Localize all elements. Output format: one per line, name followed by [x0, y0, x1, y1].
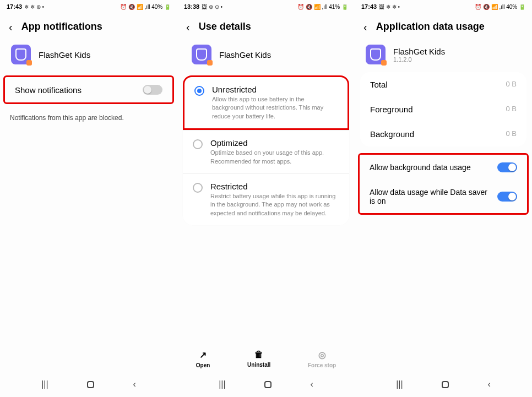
- status-time: 13:38: [184, 3, 199, 10]
- option-desc: Allow this app to use battery in the bac…: [212, 95, 338, 121]
- force-stop-label: Force stop: [308, 362, 336, 368]
- usage-label: Total: [370, 80, 388, 89]
- option-title: Unrestricted: [212, 85, 338, 94]
- show-notifications-toggle[interactable]: [143, 85, 162, 95]
- option-optimized[interactable]: Optimized Optimize based on your usage o…: [183, 130, 349, 173]
- screen-data-usage: 17:43 🖼 ❄ ❄ • ⏰ 🔇 📶 ,ıll 40% 🔋 ‹ Applica…: [355, 0, 532, 397]
- open-icon: ↗: [199, 350, 207, 360]
- stop-icon: ◎: [318, 350, 326, 360]
- screen-use-details: 13:38 🖼 ⊕ ⊙ • ⏰ 🔇 📶 ,ıll 41% 🔋 ‹ Use det…: [177, 0, 355, 397]
- open-label: Open: [196, 362, 210, 368]
- usage-background-row: Background 0 B: [360, 122, 526, 146]
- app-icon: [11, 45, 31, 64]
- app-name: FlashGet Kids: [393, 47, 445, 56]
- app-row[interactable]: FlashGet Kids: [181, 38, 355, 71]
- nav-back[interactable]: ‹: [310, 379, 313, 389]
- status-left-icons: 🖼 ❄ ❄ •: [379, 4, 400, 10]
- uninstall-label: Uninstall: [247, 362, 270, 368]
- status-right: ⏰ 🔇 📶 ,ıll 40% 🔋: [475, 4, 525, 10]
- bottom-actions: ↗ Open 🗑 Uninstall ◎ Force stop: [177, 345, 355, 373]
- status-left-icons: 🖼 ⊕ ⊙ •: [202, 4, 222, 10]
- highlight-box: Unrestricted Allow this app to use batte…: [183, 75, 349, 130]
- status-bar: 17:43 🖼 ❄ ❄ • ⏰ 🔇 📶 ,ıll 40% 🔋: [355, 0, 532, 13]
- radio-restricted[interactable]: [193, 183, 203, 193]
- nav-back[interactable]: ‹: [487, 379, 490, 389]
- nav-back[interactable]: ‹: [133, 379, 135, 389]
- app-name: FlashGet Kids: [219, 50, 271, 59]
- blocked-note: Notifications from this app are blocked.: [0, 108, 177, 127]
- usage-card: Total 0 B Foreground 0 B Background 0 B: [360, 72, 526, 146]
- status-right: ⏰ 🔇 📶 ,ıll 40% 🔋: [120, 4, 171, 10]
- option-unrestricted[interactable]: Unrestricted Allow this app to use batte…: [184, 77, 348, 128]
- nav-recents[interactable]: |||: [219, 379, 225, 389]
- option-restricted[interactable]: Restricted Restrict battery usage while …: [183, 173, 349, 225]
- back-button[interactable]: ‹: [186, 21, 190, 32]
- nav-bar: ||| ‹: [177, 376, 355, 393]
- usage-total-row: Total 0 B: [360, 72, 526, 97]
- status-bar: 13:38 🖼 ⊕ ⊙ • ⏰ 🔇 📶 ,ıll 41% 🔋: [177, 0, 355, 13]
- trash-icon: 🗑: [254, 350, 263, 360]
- nav-home[interactable]: [264, 381, 272, 388]
- status-bar: 17:43 ❄ ❄ ⊕ • ⏰ 🔇 📶 ,ıll 40% 🔋: [0, 0, 177, 13]
- battery-options-card: Unrestricted Allow this app to use batte…: [183, 75, 349, 225]
- usage-value: 0 B: [506, 80, 517, 89]
- usage-foreground-row: Foreground 0 B: [360, 97, 526, 122]
- page-title: App notifications: [21, 21, 102, 32]
- app-row[interactable]: FlashGet Kids 1.1.2.0: [355, 38, 532, 71]
- status-time: 17:43: [361, 3, 377, 10]
- page-header: ‹ Use details: [177, 13, 355, 38]
- app-name: FlashGet Kids: [39, 50, 90, 59]
- nav-recents[interactable]: |||: [396, 379, 403, 389]
- highlight-box: Show notifications: [3, 75, 174, 104]
- page-title: Use details: [199, 21, 251, 32]
- data-saver-toggle-row[interactable]: Allow data usage while Data saver is on: [360, 180, 527, 213]
- app-row[interactable]: FlashGet Kids: [0, 38, 177, 71]
- show-notifications-row[interactable]: Show notifications: [5, 77, 172, 102]
- option-title: Optimized: [210, 138, 339, 148]
- app-version: 1.1.2.0: [393, 56, 445, 63]
- toggle-label: Allow data usage while Data saver is on: [370, 188, 497, 205]
- nav-home[interactable]: [87, 381, 94, 388]
- nav-bar: ||| ‹: [0, 376, 177, 393]
- usage-label: Foreground: [370, 105, 413, 114]
- page-header: ‹ App notifications: [0, 13, 177, 38]
- data-saver-toggle[interactable]: [497, 192, 517, 202]
- nav-bar: ||| ‹: [355, 376, 532, 393]
- nav-recents[interactable]: |||: [41, 379, 48, 389]
- option-desc: Optimize based on your usage of this app…: [210, 149, 339, 166]
- option-desc: Restrict battery usage while this app is…: [210, 192, 339, 217]
- page-header: ‹ Application data usage: [355, 13, 532, 38]
- toggle-label: Allow background data usage: [370, 163, 497, 172]
- bg-data-toggle[interactable]: [497, 162, 517, 172]
- status-right: ⏰ 🔇 📶 ,ıll 41% 🔋: [297, 4, 348, 10]
- status-time: 17:43: [7, 3, 22, 10]
- radio-optimized[interactable]: [193, 139, 203, 149]
- screen-app-notifications: 17:43 ❄ ❄ ⊕ • ⏰ 🔇 📶 ,ıll 40% 🔋 ‹ App not…: [0, 0, 177, 397]
- page-title: Application data usage: [376, 21, 485, 32]
- status-left-icons: ❄ ❄ ⊕ •: [24, 4, 44, 10]
- uninstall-button[interactable]: 🗑 Uninstall: [247, 350, 270, 368]
- option-title: Restricted: [210, 182, 339, 191]
- back-button[interactable]: ‹: [363, 21, 367, 32]
- usage-label: Background: [370, 129, 414, 139]
- open-button[interactable]: ↗ Open: [196, 350, 210, 368]
- usage-value: 0 B: [506, 105, 517, 114]
- bg-data-toggle-row[interactable]: Allow background data usage: [360, 155, 527, 180]
- show-notifications-label: Show notifications: [15, 85, 82, 95]
- back-button[interactable]: ‹: [9, 21, 13, 32]
- nav-home[interactable]: [442, 381, 449, 388]
- force-stop-button[interactable]: ◎ Force stop: [308, 350, 336, 368]
- app-icon: [192, 45, 211, 64]
- usage-value: 0 B: [506, 129, 517, 139]
- radio-unrestricted[interactable]: [194, 86, 204, 96]
- highlight-box: Allow background data usage Allow data u…: [358, 153, 529, 215]
- app-icon: [366, 45, 386, 64]
